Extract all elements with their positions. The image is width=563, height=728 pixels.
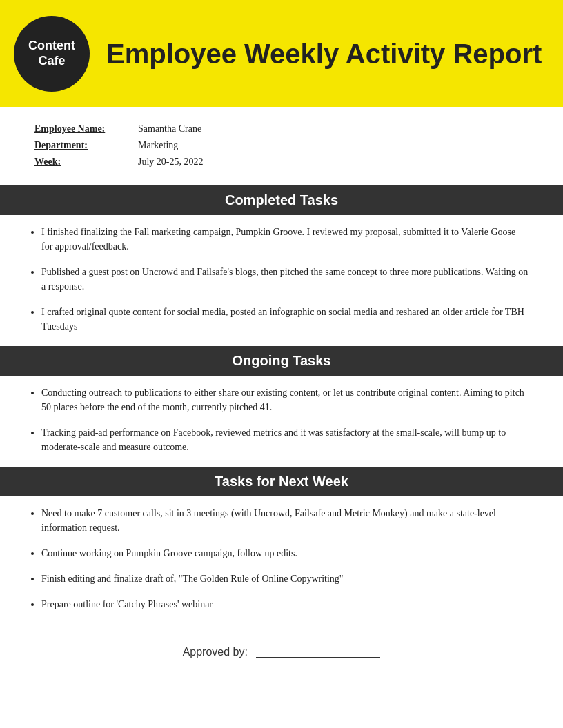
approved-section: Approved by: bbox=[0, 624, 563, 679]
page-title: Employee Weekly Activity Report bbox=[106, 39, 542, 69]
list-item: Need to make 7 customer calls, sit in 3 … bbox=[41, 506, 529, 535]
approved-line bbox=[256, 645, 380, 658]
logo-text: ContentCafe bbox=[28, 39, 75, 68]
list-item: I finished finalizing the Fall marketing… bbox=[41, 225, 529, 254]
completed-tasks-list: I finished finalizing the Fall marketing… bbox=[0, 215, 563, 346]
approved-label: Approved by: bbox=[183, 646, 248, 658]
department-value: Marketing bbox=[138, 140, 178, 151]
ongoing-tasks-heading: Ongoing Tasks bbox=[0, 346, 563, 376]
employee-name-row: Employee Name: Samantha Crane bbox=[34, 123, 529, 134]
list-item: Published a guest post on Uncrowd and Fa… bbox=[41, 265, 529, 294]
week-value: July 20-25, 2022 bbox=[138, 156, 204, 168]
next-week-tasks-section: Tasks for Next Week Need to make 7 custo… bbox=[0, 467, 563, 624]
ongoing-tasks-list: Conducting outreach to publications to e… bbox=[0, 376, 563, 467]
next-week-tasks-heading: Tasks for Next Week bbox=[0, 467, 563, 496]
week-label: Week: bbox=[34, 156, 138, 168]
employee-name-label: Employee Name: bbox=[34, 123, 138, 134]
ongoing-tasks-section: Ongoing Tasks Conducting outreach to pub… bbox=[0, 346, 563, 467]
department-label: Department: bbox=[34, 140, 138, 151]
week-row: Week: July 20-25, 2022 bbox=[34, 156, 529, 168]
employee-info: Employee Name: Samantha Crane Department… bbox=[0, 107, 563, 185]
logo: ContentCafe bbox=[14, 16, 90, 92]
completed-tasks-section: Completed Tasks I finished finalizing th… bbox=[0, 185, 563, 346]
list-item: Conducting outreach to publications to e… bbox=[41, 385, 529, 414]
page-header: ContentCafe Employee Weekly Activity Rep… bbox=[0, 0, 563, 107]
list-item: Prepare outline for 'Catchy Phrases' web… bbox=[41, 597, 529, 611]
list-item: Finish editing and finalize draft of, "T… bbox=[41, 572, 529, 586]
list-item: I crafted original quote content for soc… bbox=[41, 305, 529, 334]
department-row: Department: Marketing bbox=[34, 140, 529, 151]
employee-name-value: Samantha Crane bbox=[138, 123, 201, 134]
list-item: Continue working on Pumpkin Groove campa… bbox=[41, 546, 529, 560]
completed-tasks-heading: Completed Tasks bbox=[0, 185, 563, 215]
next-week-tasks-list: Need to make 7 customer calls, sit in 3 … bbox=[0, 496, 563, 624]
list-item: Tracking paid-ad performance on Facebook… bbox=[41, 425, 529, 454]
